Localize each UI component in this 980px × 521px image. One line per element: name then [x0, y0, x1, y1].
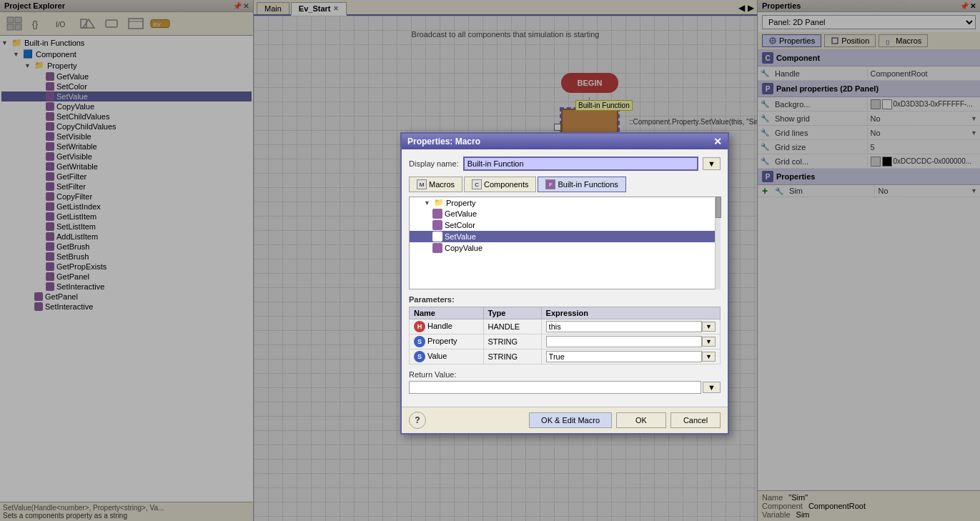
- param-expr-2[interactable]: ▼: [541, 349, 720, 364]
- macros-tab-icon: M: [417, 179, 427, 189]
- modal-tree-expander-prop[interactable]: ▼: [424, 199, 434, 207]
- modal-footer: ? OK & Edit Macro OK Cancel: [402, 407, 728, 433]
- help-btn[interactable]: ?: [409, 412, 426, 429]
- return-value-label: Return Value:: [409, 370, 721, 379]
- display-name-dropdown[interactable]: ▼: [703, 157, 721, 170]
- modal-folder-icon: 📁: [434, 198, 444, 207]
- params-header-expr: Expression: [541, 307, 720, 319]
- modal-tree-setcolor[interactable]: SetColor: [410, 219, 720, 231]
- modal-tree-property[interactable]: ▼ 📁 Property: [410, 197, 720, 208]
- param-expr-1[interactable]: ▼: [541, 334, 720, 349]
- param-expr-dropdown-2[interactable]: ▼: [702, 352, 716, 362]
- param-row-1: SProperty STRING ▼: [410, 334, 721, 349]
- param-expr-0[interactable]: ▼: [541, 319, 720, 334]
- modal-tree-copyvalue[interactable]: CopyValue: [410, 242, 720, 254]
- return-value-dropdown[interactable]: ▼: [703, 382, 721, 393]
- param-type-1: STRING: [483, 334, 541, 349]
- param-expr-dropdown-1[interactable]: ▼: [702, 337, 716, 347]
- modal-body: Display name: ▼ M Macros C Components F …: [402, 149, 728, 407]
- modal-properties-macro: Properties: Macro ✕ Display name: ▼ M Ma…: [400, 132, 729, 435]
- cancel-btn[interactable]: Cancel: [670, 412, 721, 428]
- param-name-0: HHandle: [410, 319, 484, 334]
- param-icon-1: S: [414, 336, 425, 347]
- return-value-input[interactable]: [409, 381, 701, 394]
- param-expr-input-2[interactable]: [546, 351, 702, 362]
- modal-func-icon-getvalue: [432, 209, 442, 219]
- params-header-type: Type: [483, 307, 541, 319]
- modal-func-icon-copyvalue: [432, 243, 442, 253]
- params-label: Parameters:: [409, 295, 721, 304]
- param-name-1: SProperty: [410, 334, 484, 349]
- modal-tree: ▼ 📁 Property GetValue SetColor: [409, 197, 721, 289]
- modal-tree-wrapper: ▼ 📁 Property GetValue SetColor: [409, 197, 721, 289]
- return-value-row: ▼: [409, 381, 721, 394]
- param-row-2: SValue STRING ▼: [410, 349, 721, 364]
- param-icon-0: H: [414, 321, 425, 332]
- ok-btn[interactable]: OK: [616, 412, 666, 428]
- param-type-2: STRING: [483, 349, 541, 364]
- param-expr-input-1[interactable]: [546, 336, 702, 347]
- param-expr-input-0[interactable]: [546, 321, 702, 332]
- modal-tab-macros[interactable]: M Macros: [409, 177, 462, 192]
- modal-close-btn[interactable]: ✕: [713, 136, 722, 147]
- modal-tree-setvalue[interactable]: SetValue: [410, 231, 720, 242]
- param-name-2: SValue: [410, 349, 484, 364]
- params-table: Name Type Expression HHandle HANDLE ▼: [409, 307, 721, 364]
- modal-tabs: M Macros C Components F Built-in Functio…: [409, 177, 721, 192]
- modal-overlay: Properties: Macro ✕ Display name: ▼ M Ma…: [0, 0, 980, 521]
- builtin-tab-icon: F: [545, 179, 555, 189]
- modal-tab-builtin[interactable]: F Built-in Functions: [538, 177, 625, 192]
- modal-tree-scrollbar[interactable]: [715, 197, 721, 289]
- modal-func-icon-setcolor: [432, 220, 442, 230]
- modal-func-icon-setvalue: [432, 232, 442, 242]
- components-tab-icon: C: [472, 179, 482, 189]
- param-row-0: HHandle HANDLE ▼: [410, 319, 721, 334]
- display-name-input[interactable]: [463, 157, 698, 171]
- param-icon-2: S: [414, 351, 425, 362]
- modal-scrollthumb[interactable]: [716, 197, 721, 218]
- modal-tree-getvalue[interactable]: GetValue: [410, 208, 720, 219]
- ok-edit-macro-btn[interactable]: OK & Edit Macro: [529, 412, 612, 428]
- param-expr-dropdown-0[interactable]: ▼: [702, 322, 716, 332]
- params-header-name: Name: [410, 307, 484, 319]
- param-type-0: HANDLE: [483, 319, 541, 334]
- display-name-row: Display name: ▼: [409, 157, 721, 171]
- modal-tab-components[interactable]: C Components: [464, 177, 536, 192]
- modal-titlebar: Properties: Macro ✕: [402, 134, 728, 149]
